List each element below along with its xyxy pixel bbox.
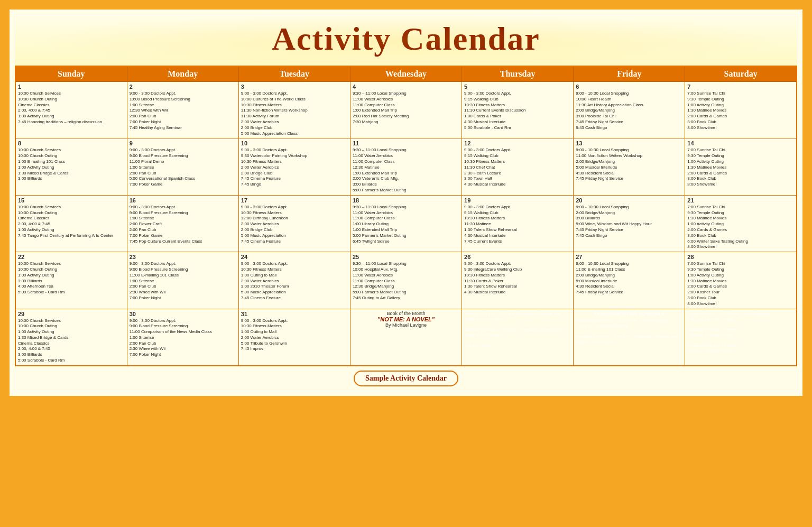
event-item: 9:00 - 3:00 Doctors Appt. <box>130 261 236 267</box>
event-item: 9:30 Watercolor Painting Workshop <box>241 153 348 159</box>
cell-events: 9:30 – 11:00 Local Shopping10:00 Hospita… <box>353 261 459 301</box>
event-item: 10:30 Fitness Matters <box>241 159 348 165</box>
event-item: 10:00 Church Outing <box>18 210 125 216</box>
page-title: Activity Calendar <box>15 20 797 58</box>
event-item: 11:00 Computer Class <box>353 279 459 284</box>
event-item: 9:00 - 3:00 Doctors Appt. <box>241 91 348 97</box>
event-item: 2:00 Kosher Tour <box>687 290 794 295</box>
cell-events: 7:00 Sunrise Tai Chi9:30 Temple Outing1:… <box>687 91 794 131</box>
inner-container: Activity Calendar Sunday Monday Tuesday … <box>8 8 804 397</box>
event-item: 2:00 Water Aerobics <box>241 221 348 227</box>
table-cell: 259:30 – 11:00 Local Shopping10:00 Hospi… <box>350 252 462 309</box>
event-item: 1:00 Outing to Mall <box>241 273 348 279</box>
event-item: 11:00 Non-fiction Writers Workshop <box>576 153 682 159</box>
event-item: 12:00 Birthday Luncheon <box>241 216 348 221</box>
event-item: 9:30 – 11:00 Local Shopping <box>353 205 459 210</box>
event-item: 8:00 Showtime! <box>687 125 794 131</box>
event-item: 5:00 Music Appreciation <box>241 290 348 295</box>
event-item: 9:00 - 10:30 Local Shopping <box>576 147 682 153</box>
event-item: 1:00 Sitterise <box>130 216 236 221</box>
event-item: 9:00 Blood Pressure Screening <box>130 267 236 273</box>
day-number: 21 <box>687 197 794 204</box>
event-item: 7:45 Tango First Century at Performing A… <box>18 233 125 239</box>
event-item: 9:00 - 3:00 Doctors Appt. <box>464 205 571 210</box>
table-cell: 319:00 - 3:00 Doctors Appt.10:30 Fitness… <box>238 309 350 366</box>
cell-events: 7:00 Sunrise Tai Chi9:30 Temple Outing1:… <box>687 205 794 250</box>
event-item: 11:00 Water Aerobics <box>353 97 459 103</box>
event-item: 6:00 Winter Sake Tasting Outing <box>687 239 794 245</box>
event-item: 2:00 Bridge Club <box>241 125 348 131</box>
event-item: 11:00 Computer Class <box>353 103 459 108</box>
day-number: 27 <box>576 254 682 260</box>
event-item: 1:00 Extended Mall Trip <box>353 108 459 114</box>
event-item: 7:45 Friday Night Service <box>576 176 682 182</box>
event-item: 3:00 Billiards <box>353 182 459 188</box>
event-item: 7:45 Cinema Feature <box>241 295 348 301</box>
event-item: 7:00 Poker Game <box>130 233 236 239</box>
event-item: 2:00 Bridge/Mahjong <box>576 273 682 279</box>
event-item: 11:30 Current Events Discussion <box>464 108 571 114</box>
event-item: 1:00 Outing to Mall <box>241 329 348 335</box>
event-item: 9:30 IntegraCare Walking Club <box>464 267 571 273</box>
event-item: 11:00 Computer Class <box>353 159 459 165</box>
transport-wed-text: Wednesday 9:30 a.m. – 11:00 a.m. - Local… <box>576 318 678 344</box>
cell-events: 9:00 - 10:30 Local Shopping11:00 Non-fic… <box>576 147 682 182</box>
event-item: 7:45 Healthy Aging Seminar <box>130 125 236 131</box>
event-item: 5:00 Scrabble - Card Rm <box>464 125 571 131</box>
event-item: 3:00 2010 Theater Forum <box>241 284 348 290</box>
cell-events: 9:00 - 3:00 Doctors Appt.9:15 Walking Cl… <box>464 147 571 188</box>
event-item: 9:15 Walking Club <box>464 97 571 103</box>
day-number: 2 <box>130 84 236 90</box>
event-item: 9:00 - 3:00 Doctors Appt. <box>241 147 348 153</box>
event-item: 1:00 Sitterise <box>130 165 236 171</box>
event-item: 11:00 Floral Demo <box>130 159 236 165</box>
event-item: 9:00 - 3:00 Doctors Appt. <box>130 205 236 210</box>
cell-events: 9:00 - 3:00 Doctors Appt.9:00 Blood Pres… <box>130 318 236 358</box>
event-item: 10:30 Fitness Matters <box>464 103 571 108</box>
event-item: 7:45 Friday Night Service <box>576 227 682 233</box>
event-item: 2:00 Pan Club <box>130 114 236 119</box>
table-cell: 269:00 - 3:00 Doctors Appt.9:30 IntegraC… <box>462 252 574 309</box>
event-item: 9:30 Temple Outing <box>687 153 794 159</box>
event-item: 2:00 Flower Craft <box>130 221 236 227</box>
day-header-friday: Friday <box>574 66 685 82</box>
transport-fri-text: Friday 9:00 a.m. – 10:30 a.m. - Local Sh… <box>687 311 770 353</box>
transport-monday-cell: Monday 9:00 a.m. - 3:00 p.m. Physicians,… <box>462 309 574 366</box>
event-item: 8:00 Showtime! <box>687 301 794 307</box>
table-cell: 77:00 Sunrise Tai Chi9:30 Temple Outing1… <box>685 82 797 138</box>
book-title: "NOT ME: A NOVEL" <box>353 316 459 322</box>
day-number: 3 <box>241 84 348 90</box>
event-item: 11:30 Non-fiction Writers Workshop <box>241 108 348 114</box>
event-item: 5:00 Tribute to Gershwin <box>241 341 348 347</box>
event-item: 2:00 Pan Club <box>130 171 236 177</box>
cell-events: 10:00 Church Services10:00 Church Outing… <box>18 261 125 295</box>
event-item: 7:00 Poker Game <box>130 182 236 188</box>
book-of-month-cell: Book of the Month "NOT ME: A NOVEL" By M… <box>350 309 462 366</box>
event-item: 2:30 Whee with Wii <box>130 346 236 352</box>
event-item: 9:00 - 3:00 Doctors Appt. <box>241 318 348 324</box>
event-item: 7:00 Poker Night <box>130 119 236 125</box>
event-item: 6:45 Twilight Soiree <box>353 239 459 245</box>
event-item: 1:00 Activity Outing <box>687 273 794 279</box>
table-cell: 110:00 Church Services10:00 Church Outin… <box>15 82 127 138</box>
event-item: 3:00 Billiards <box>576 216 682 221</box>
event-item: 8:00 Showtime! <box>687 244 794 250</box>
cell-events: 9:00 - 10:30 Local Shopping11:00 E-maili… <box>576 261 682 295</box>
event-item: 3:00 Town Hall <box>464 176 571 182</box>
day-number: 16 <box>130 197 236 204</box>
event-item: 10:00 Church Services <box>18 318 125 324</box>
event-item: 10:30 Fitness Matters <box>241 103 348 108</box>
event-item: 2:00 Pan Club <box>130 227 236 233</box>
event-item: 2:00 Cards & Games <box>687 227 794 233</box>
event-item: 1:00 Activity Outing <box>687 103 794 108</box>
outer-border: Activity Calendar Sunday Monday Tuesday … <box>4 4 808 401</box>
event-item: 5:00 Scrabble - Card Rm <box>18 358 125 364</box>
cell-events: 9:00 - 3:00 Doctors Appt.10:00 Cultures … <box>241 91 348 136</box>
event-item: 9:00 Blood Pressure Screening <box>130 210 236 216</box>
event-item: 12:30 Matinee <box>353 165 459 171</box>
day-header-wednesday: Wednesday <box>350 66 462 82</box>
event-item: 7:45 Friday Night Service <box>576 290 682 295</box>
table-cell: 209:00 - 10:30 Local Shopping2:00 Bridge… <box>574 195 685 252</box>
cell-events: 9:00 - 3:00 Doctors Appt.9:00 Blood Pres… <box>130 205 236 245</box>
table-cell: 29:00 - 3:00 Doctors Appt.10:00 Blood Pr… <box>127 82 238 138</box>
